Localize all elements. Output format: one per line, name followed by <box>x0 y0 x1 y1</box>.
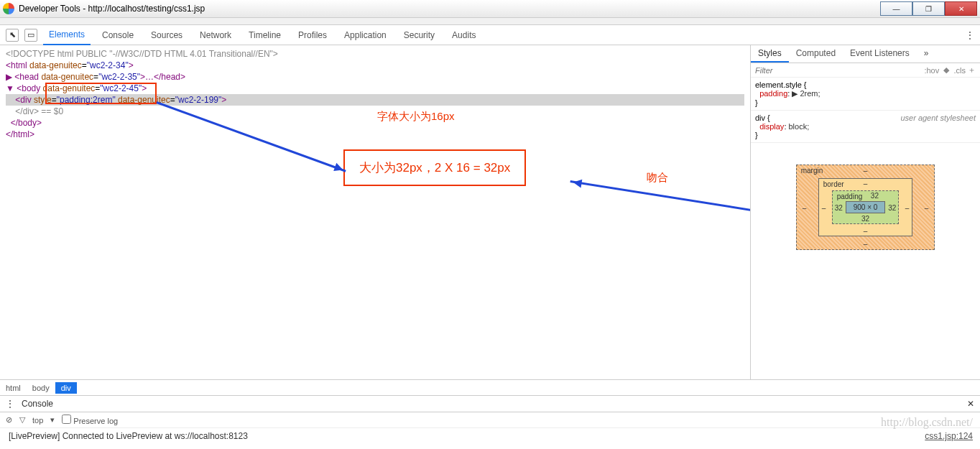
styles-panel: Styles Computed Event Listeners » :hov ◆… <box>750 45 980 379</box>
console-source-link[interactable]: css1.jsp:124 <box>925 431 973 441</box>
dom-div-close[interactable]: </div> == $0 <box>6 106 744 117</box>
minimize-button[interactable]: — <box>880 1 912 16</box>
window-titlebar: Developer Tools - http://localhost/testi… <box>0 0 980 18</box>
pin-icon[interactable]: ◆ <box>943 65 949 75</box>
tab-sources[interactable]: Sources <box>145 26 188 45</box>
tab-console[interactable]: Console <box>96 26 139 45</box>
dom-doctype[interactable]: <!DOCTYPE html PUBLIC "-//W3C//DTD HTML … <box>6 48 744 60</box>
more-icon[interactable]: ⋮ <box>966 30 974 40</box>
context-dropdown-icon[interactable]: ▾ <box>50 415 55 425</box>
crumb-html[interactable]: html <box>0 382 27 394</box>
watermark: http://blog.csdn.net/ <box>881 416 973 429</box>
new-rule-button[interactable]: ＋ <box>968 65 976 75</box>
preserve-log-checkbox[interactable]: Preserve log <box>62 415 118 425</box>
crumb-div[interactable]: div <box>55 382 77 394</box>
tab-network[interactable]: Network <box>194 26 237 45</box>
drawer-more-icon[interactable]: ⋮ <box>6 399 14 409</box>
devtools-toolbar: ⬉ ▭ Elements Console Sources Network Tim… <box>0 25 980 45</box>
clear-console-icon[interactable]: ⊘ <box>6 415 12 425</box>
console-drawer-header: ⋮ Console ✕ <box>0 395 980 412</box>
arrow-right <box>570 180 750 216</box>
dom-body-close[interactable]: </body> <box>6 117 744 129</box>
box-model-content: 900 × 0 <box>846 201 886 213</box>
style-rule-element[interactable]: element.style { padding: ▶ 2rem; } <box>751 78 980 111</box>
device-icon[interactable]: ▭ <box>24 29 37 42</box>
styles-filter-input[interactable] <box>755 66 924 75</box>
inspect-icon[interactable]: ⬉ <box>6 29 19 42</box>
tab-styles[interactable]: Styles <box>751 45 789 63</box>
dom-head[interactable]: ▶ <head data-genuitec="wc2-2-35">…</head… <box>6 71 744 83</box>
annotation-match: 吻合 <box>647 171 668 185</box>
tab-security[interactable]: Security <box>398 26 440 45</box>
tab-elements[interactable]: Elements <box>43 25 91 45</box>
browser-tabstrip <box>0 18 980 25</box>
dom-html-close[interactable]: </html> <box>6 129 744 140</box>
filter-icon[interactable]: ▽ <box>19 415 25 425</box>
cls-toggle[interactable]: .cls <box>953 66 966 75</box>
crumb-body[interactable]: body <box>27 382 55 394</box>
annotation-calc: 大小为32px，2 X 16 = 32px <box>343 149 526 186</box>
tab-timeline[interactable]: Timeline <box>243 26 287 45</box>
annotation-box-style <box>45 83 157 104</box>
close-button[interactable]: ✕ <box>945 1 977 16</box>
console-message: [LivePreview] Connected to LivePreview a… <box>9 431 248 441</box>
tab-computed[interactable]: Computed <box>789 45 843 63</box>
window-title: Developer Tools - http://localhost/testi… <box>19 4 205 14</box>
tab-profiles[interactable]: Profiles <box>292 26 333 45</box>
annotation-font: 字体大小为16px <box>377 110 455 124</box>
breadcrumb: html body div <box>0 379 980 395</box>
dom-tree[interactable]: <!DOCTYPE html PUBLIC "-//W3C//DTD HTML … <box>0 45 750 379</box>
tab-audits[interactable]: Audits <box>446 26 481 45</box>
console-prompt[interactable]: > <box>0 444 980 449</box>
context-selector[interactable]: top <box>32 416 43 425</box>
box-model[interactable]: margin – – – – border – – – – padding 32 <box>796 165 935 250</box>
console-filter-bar: ⊘ ▽ top ▾ Preserve log <box>0 412 980 428</box>
tab-application[interactable]: Application <box>338 26 392 45</box>
style-rule-div[interactable]: user agent stylesheet div { display: blo… <box>751 111 980 143</box>
drawer-close-icon[interactable]: ✕ <box>967 399 974 409</box>
maximize-button[interactable]: ❐ <box>912 1 945 16</box>
chrome-icon <box>3 3 14 14</box>
tab-event-listeners[interactable]: Event Listeners <box>843 45 917 63</box>
console-title: Console <box>22 399 53 409</box>
tab-more[interactable]: » <box>917 45 936 63</box>
console-output: css1.jsp:124 [LivePreview] Connected to … <box>0 428 980 444</box>
dom-html[interactable]: <html data-genuitec="wc2-2-34"> <box>6 60 744 71</box>
hov-toggle[interactable]: :hov <box>924 66 939 75</box>
